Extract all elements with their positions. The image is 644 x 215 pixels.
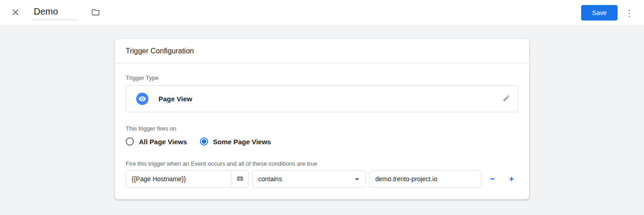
radio-circle-icon [200, 137, 208, 146]
page-view-eye-icon [136, 93, 148, 105]
condition-variable-value: {{Page Hostname}} [126, 175, 231, 183]
folder-icon [91, 8, 100, 18]
radio-all-page-views[interactable]: All Page Views [126, 137, 187, 146]
condition-operator-value: contains [258, 175, 282, 183]
radio-some-page-views[interactable]: Some Page Views [200, 137, 271, 146]
condition-value-input[interactable] [370, 171, 481, 187]
trigger-type-value: Page View [158, 95, 192, 103]
close-button[interactable] [7, 5, 24, 21]
condition-variable-field[interactable]: {{Page Hostname}} [126, 170, 249, 188]
add-condition-button[interactable]: + [506, 173, 517, 184]
conditions-section: Fire this trigger when an Event occurs a… [126, 160, 518, 188]
condition-operator-select[interactable]: contains [252, 170, 366, 188]
trigger-type-label: Trigger Type [126, 74, 518, 81]
fires-on-radio-group: All Page Views Some Page Views [126, 137, 518, 146]
trigger-name-input[interactable] [33, 5, 78, 20]
more-options-button[interactable]: ⋮ [621, 5, 638, 21]
variable-picker-button[interactable] [231, 171, 248, 187]
radio-circle-icon [126, 137, 134, 146]
conditions-label: Fire this trigger when an Event occurs a… [126, 160, 518, 167]
kebab-menu-icon: ⋮ [625, 9, 634, 17]
card-title: Trigger Configuration [115, 39, 529, 63]
trigger-configuration-card: Trigger Configuration Trigger Type Page … [115, 39, 529, 199]
trigger-type-selector[interactable]: Page View [126, 85, 518, 112]
close-icon [10, 7, 20, 19]
condition-value-field [369, 170, 481, 188]
top-bar: Save ⋮ [0, 0, 644, 26]
save-button[interactable]: Save [581, 5, 618, 21]
fires-on-label: This trigger fires on [126, 125, 518, 132]
radio-all-page-views-label: All Page Views [139, 138, 187, 146]
edit-pencil-icon[interactable] [502, 94, 511, 104]
condition-row: {{Page Hostname}} [126, 170, 518, 188]
radio-some-page-views-label: Some Page Views [213, 138, 271, 146]
remove-condition-button[interactable]: − [487, 173, 498, 184]
variable-brick-plus-icon [235, 174, 245, 184]
chevron-down-icon [354, 175, 360, 183]
card-body: Trigger Type Page View This trigger fire… [115, 63, 529, 199]
fires-on-section: This trigger fires on All Page Views Som… [126, 125, 518, 146]
folder-button[interactable] [87, 5, 104, 21]
